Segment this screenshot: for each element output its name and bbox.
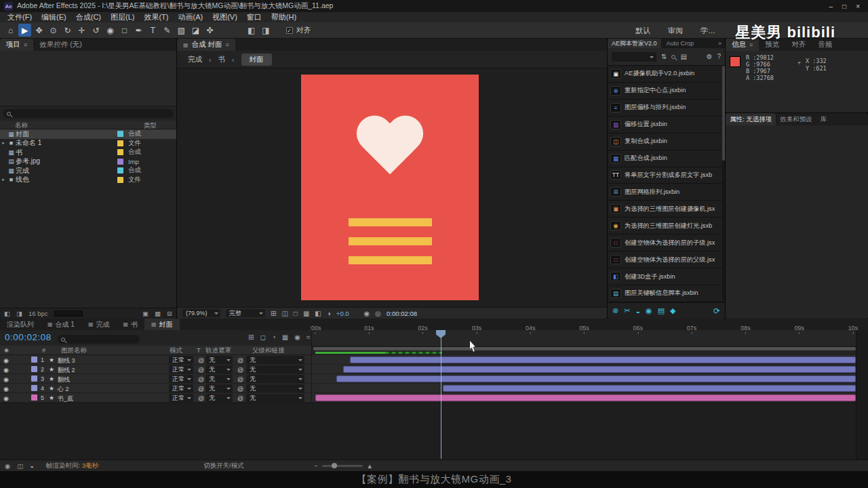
puppet-pin-tool[interactable]: ✜	[203, 24, 216, 37]
timeline-tab[interactable]: 封面	[144, 319, 180, 330]
live-update-icon[interactable]: ◉	[5, 462, 10, 470]
label-color-chip[interactable]	[117, 159, 123, 165]
viewer-canvas[interactable]	[177, 68, 607, 307]
script-item[interactable]: ◫ 复制合成.jsxbin	[608, 134, 722, 150]
snap-control[interactable]: ✓ 对齐	[286, 25, 311, 35]
线色[interactable]: ▸ ■ 线色 文件	[0, 176, 176, 185]
parent-select[interactable]: 无	[246, 394, 304, 402]
refresh-icon[interactable]: ⟳	[713, 306, 720, 316]
parent-select[interactable]: 无	[246, 365, 304, 373]
label-color-chip[interactable]	[31, 394, 37, 401]
column-trkmat[interactable]: 轨道遮罩	[205, 346, 231, 355]
snapshot-icon[interactable]: ◉	[364, 310, 370, 317]
script-item[interactable]: ▥ 偏移位置.jsxbin	[608, 117, 722, 134]
list-tool-icon[interactable]: ▤	[658, 306, 665, 315]
label-color-chip[interactable]	[117, 140, 123, 146]
menu-item[interactable]: 视图(V)	[208, 12, 242, 22]
blend-mode-select[interactable]: 正常	[169, 394, 193, 402]
current-time-display[interactable]: 0:00:02:08	[5, 332, 52, 342]
script-scrollbar[interactable]	[722, 66, 725, 302]
workspace-default[interactable]: 默认	[635, 26, 650, 36]
draft-3d-icon[interactable]: ◻	[260, 333, 265, 341]
new-folder-icon[interactable]: ▣	[142, 310, 149, 317]
crumb-book[interactable]: 书	[218, 55, 226, 64]
project-search-input[interactable]	[3, 109, 174, 118]
menu-item[interactable]: 图层(L)	[106, 12, 139, 22]
label-color-chip[interactable]	[117, 177, 123, 183]
pixel-aspect-icon[interactable]: ◧	[315, 310, 321, 317]
pickwhip-icon[interactable]: @	[237, 386, 243, 392]
eye-icon[interactable]: ◉	[3, 395, 9, 402]
label-color-chip[interactable]	[117, 167, 123, 174]
interpret-footage-icon[interactable]: ◧	[4, 310, 10, 317]
graph-editor-icon[interactable]: ≈	[307, 333, 311, 341]
close-tool-icon[interactable]: ⊗	[612, 306, 618, 315]
script-item[interactable]: ▦ 匹配合成.jsxbin	[608, 150, 722, 167]
pickwhip-icon[interactable]: @	[237, 357, 243, 364]
label-color-chip[interactable]	[31, 375, 37, 382]
blend-mode-select[interactable]: 正常	[169, 375, 193, 383]
panel-menu-icon[interactable]: ≡	[225, 41, 229, 48]
menu-item[interactable]: 动画(A)	[174, 12, 208, 22]
label-color-chip[interactable]	[31, 366, 37, 372]
list-view-icon[interactable]: ▤	[680, 53, 686, 60]
menu-item[interactable]: 效果(T)	[139, 12, 173, 22]
script-item[interactable]: ◉ 为选择的三维图层创建灯光.jsxb	[608, 218, 722, 235]
pickwhip-icon[interactable]: @	[198, 395, 204, 402]
label-color-chip[interactable]	[117, 149, 123, 155]
playhead-line[interactable]	[441, 330, 441, 459]
viewer-timecode[interactable]: 0:00:02:08	[387, 310, 417, 317]
rotation-tool[interactable]: ↺	[90, 24, 102, 37]
snap-checkbox[interactable]: ✓	[286, 27, 293, 34]
script-item[interactable]: □ 创建空物体为选择的层的子级.jsx	[608, 235, 722, 251]
region-of-interest-icon[interactable]: □	[294, 310, 298, 317]
eye-icon[interactable]: ◉	[3, 386, 9, 392]
pan-camera-tool[interactable]: ✛	[75, 24, 88, 37]
column-mode[interactable]: 模式	[170, 346, 182, 355]
toggle-switches-label[interactable]: 切换开关/模式	[203, 462, 244, 470]
trkmat-select[interactable]: 无	[205, 384, 233, 392]
blend-mode-select[interactable]: 正常	[169, 365, 193, 373]
zoom-out-icon[interactable]: −	[314, 462, 318, 470]
cut-tool-icon[interactable]: ✂	[624, 306, 630, 315]
mask-mode-icon[interactable]: ◧	[248, 26, 255, 35]
tab-effects-presets[interactable]: 效果和预设	[776, 113, 816, 125]
panel-tool-icon[interactable]: ◒	[635, 307, 640, 315]
label-color-chip[interactable]	[117, 131, 123, 137]
draft-mode-icon[interactable]: ◫	[17, 462, 23, 470]
pen-tool[interactable]: ✒	[132, 24, 145, 37]
zoom-in-icon[interactable]: ▲	[367, 462, 373, 470]
script-item[interactable]: ⊕ 重新指定中心点.jsxbin	[608, 83, 722, 100]
close-button[interactable]: ×	[856, 3, 860, 10]
menu-item[interactable]: 窗口	[242, 12, 267, 22]
layer-bar-3[interactable]	[336, 375, 856, 382]
grid-guides-icon[interactable]: ⊞	[271, 310, 276, 317]
script-category-select[interactable]	[612, 52, 656, 62]
tab-composition-viewer[interactable]: ▦ 合成 封面 ≡	[177, 39, 235, 51]
tab-auto-crop[interactable]: Auto Crop	[661, 40, 700, 47]
exposure-value[interactable]: +0.0	[336, 310, 349, 317]
script-item[interactable]: □ 创建空物体为选择的层的父级.jsx	[608, 251, 722, 268]
timeline-zoom-slider[interactable]	[322, 465, 363, 467]
pickwhip-icon[interactable]: @	[237, 367, 243, 373]
pickwhip-icon[interactable]: @	[198, 357, 204, 364]
pan-behind-tool[interactable]: ◉	[104, 24, 117, 37]
pickwhip-icon[interactable]: @	[237, 395, 243, 402]
eraser-tool[interactable]: ◪	[189, 24, 202, 37]
tab-properties[interactable]: 属性: 无选择项	[726, 113, 776, 125]
trkmat-select[interactable]: 无	[205, 365, 233, 373]
pickwhip-icon[interactable]: @	[198, 386, 204, 392]
type-tool[interactable]: T	[146, 24, 159, 37]
bpc-label[interactable]: 16 bpc	[28, 310, 48, 317]
eye-icon[interactable]: ◉	[3, 357, 9, 364]
timeline-tab[interactable]: 完成	[81, 319, 117, 330]
column-layer-name[interactable]: 图层名称	[61, 346, 87, 355]
script-item[interactable]: ▤ 图层关键帧信息脚本.jsxbin	[608, 285, 722, 302]
work-area-bar[interactable]	[313, 347, 856, 350]
column-parent[interactable]: 父级和链接	[252, 346, 285, 355]
menu-item[interactable]: 合成(C)	[71, 12, 106, 22]
crumb-cover-active[interactable]: 封面	[241, 54, 272, 66]
timeline-tab[interactable]: 书	[116, 319, 144, 330]
trkmat-select[interactable]: 无	[205, 375, 233, 383]
zoom-knob[interactable]	[332, 463, 337, 468]
